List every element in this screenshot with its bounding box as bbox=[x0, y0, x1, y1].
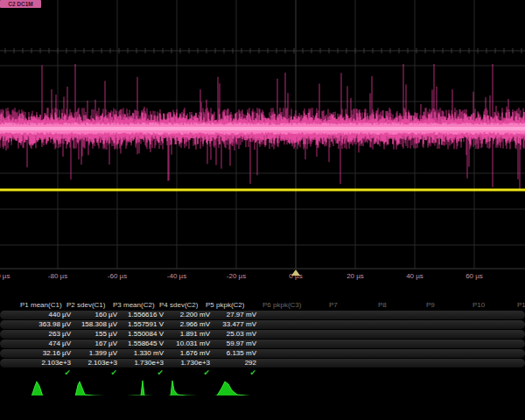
measurement-column-header[interactable]: P5 pkpk(C2) bbox=[206, 301, 244, 310]
measurement-value: 6.135 mV bbox=[210, 349, 256, 358]
measurement-value: 27.97 mV bbox=[210, 311, 256, 319]
measurement-value: 59.97 mV bbox=[210, 340, 256, 348]
waveform-plot[interactable] bbox=[0, 0, 525, 271]
status-check-icon: ✔ bbox=[210, 368, 256, 377]
measurement-column-header[interactable]: P4 sdev(C2) bbox=[159, 301, 198, 310]
measurement-value: 155 µV bbox=[71, 330, 117, 339]
measurement-column-header[interactable]: P1 mean(C1) bbox=[20, 301, 62, 310]
time-axis-label: -80 µs bbox=[48, 272, 67, 280]
time-axis-label: 40 µs bbox=[406, 272, 424, 280]
time-axis-label: 60 µs bbox=[466, 272, 483, 280]
measurement-column-header[interactable]: P2 sdev(C1) bbox=[66, 301, 105, 310]
measurement-value: 292 bbox=[210, 359, 256, 368]
measurement-column-header-inactive[interactable]: P8 bbox=[378, 301, 387, 310]
measurement-value: 10.031 mV bbox=[164, 340, 210, 348]
time-axis-label: 20 µs bbox=[346, 272, 364, 280]
status-bar: C1 DC1M 10.0 mV C2 ESP DC1M 10.0 mV + HD… bbox=[0, 396, 525, 420]
measurement-column-header-inactive[interactable]: P7 bbox=[329, 301, 338, 310]
measurement-value: 2.966 mV bbox=[164, 320, 210, 329]
measurement-value: 1.399 µV bbox=[71, 349, 117, 358]
trigger-position-marker[interactable] bbox=[291, 270, 300, 276]
top-left-badge: C2 DC1M bbox=[0, 0, 41, 8]
measurement-value: 2.103e+3 bbox=[71, 359, 117, 368]
measurement-value: 1.730e+3 bbox=[117, 359, 164, 368]
measurement-value: 1.891 mV bbox=[164, 330, 210, 339]
time-axis-label: -40 µs bbox=[167, 272, 186, 280]
measurement-value: 33.477 mV bbox=[210, 320, 256, 329]
time-axis-label: -60 µs bbox=[108, 272, 127, 280]
status-check-icon: ✔ bbox=[117, 368, 164, 377]
measurement-value: 1.730e+3 bbox=[164, 359, 210, 368]
measurement-value: 2.200 mV bbox=[164, 311, 210, 319]
measurement-value: 32.16 µV bbox=[24, 349, 71, 358]
measurement-column-header-inactive[interactable]: P10 bbox=[472, 301, 485, 310]
measurement-value: 25.03 mV bbox=[210, 330, 256, 339]
measurement-value: 1.557591 V bbox=[117, 320, 164, 329]
measurement-value: 158.308 µV bbox=[71, 320, 117, 329]
oscilloscope-screen: C2 DC1M -100 µs-80 µs-60 µs-40 µs-20 µs0… bbox=[0, 0, 525, 420]
measurement-value: 1.556616 V bbox=[117, 311, 164, 319]
measurement-value: 263 µV bbox=[24, 330, 71, 339]
measurement-value: 167 µV bbox=[71, 340, 117, 348]
measurement-value: 2.103e+3 bbox=[24, 359, 71, 368]
measurement-value: 363.98 µV bbox=[24, 320, 71, 329]
measurement-value: 160 µV bbox=[71, 311, 117, 319]
measurement-column-header-inactive[interactable]: P6 pkpk(C3) bbox=[262, 301, 301, 310]
status-check-icon: ✔ bbox=[164, 368, 210, 377]
measurement-value: 1.676 mV bbox=[164, 349, 210, 358]
measurement-value: 1.558645 V bbox=[117, 340, 164, 348]
time-axis-label: -20 µs bbox=[227, 272, 246, 280]
measurement-column-header-inactive[interactable]: P9 bbox=[426, 301, 435, 310]
measurement-value: 440 µV bbox=[24, 311, 71, 319]
measurement-value: 474 µV bbox=[24, 340, 71, 348]
measurement-column-header-inactive[interactable]: P11 bbox=[517, 301, 525, 310]
measurement-value: 1.330 mV bbox=[117, 349, 164, 358]
time-axis-label: -100 µs bbox=[0, 272, 10, 280]
status-check-icon: ✔ bbox=[71, 368, 117, 377]
measurement-column-header[interactable]: P3 mean(C2) bbox=[113, 301, 155, 310]
measurement-value: 1.550084 V bbox=[117, 330, 164, 339]
status-check-icon: ✔ bbox=[24, 368, 71, 377]
